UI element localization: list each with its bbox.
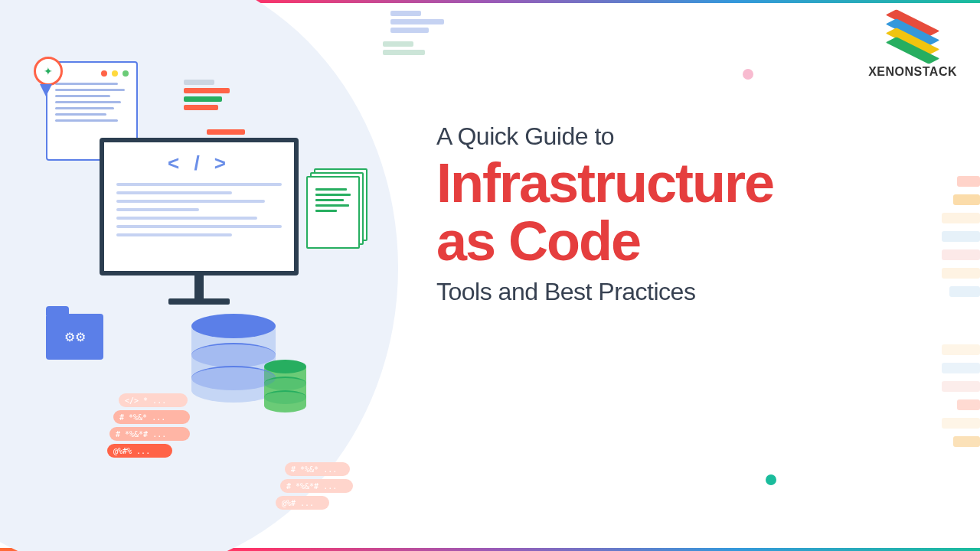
folder-gears-icon: ⚙⚙: [46, 314, 103, 360]
title-text: Infrastructure as Code: [436, 155, 773, 270]
code-chips-icon: </> * ... # *%&* ... # *%&*# ... @%#% ..…: [107, 390, 190, 461]
decorative-dot: [766, 474, 776, 485]
brand-name: XENONSTACK: [868, 65, 957, 79]
tagline-text: Tools and Best Practices: [436, 278, 773, 306]
hero-illustration: ✦ < / >: [31, 61, 398, 490]
edge-color-strips: [942, 337, 980, 455]
stack-layers-icon: [882, 15, 943, 61]
subtitle-text: A Quick Guide to: [436, 122, 773, 151]
decorative-dot: [743, 69, 753, 80]
headline-block: A Quick Guide to Infrastructure as Code …: [436, 122, 773, 306]
documents-stack-icon: [306, 168, 368, 253]
decorative-code-lines: [383, 38, 425, 58]
code-snippet-icon: [184, 77, 230, 113]
brand-logo: XENONSTACK: [868, 15, 957, 79]
decorative-code-lines: [390, 8, 444, 36]
edge-color-strips: [942, 168, 980, 305]
code-tag-icon: < / >: [116, 152, 282, 175]
monitor-icon: < / >: [100, 138, 299, 306]
ribbon-badge-icon: ✦: [34, 57, 64, 87]
database-icon: [191, 314, 276, 413]
code-chips-faded-icon: # *%&* ... # *%&*# ... @%# ...: [276, 459, 353, 513]
